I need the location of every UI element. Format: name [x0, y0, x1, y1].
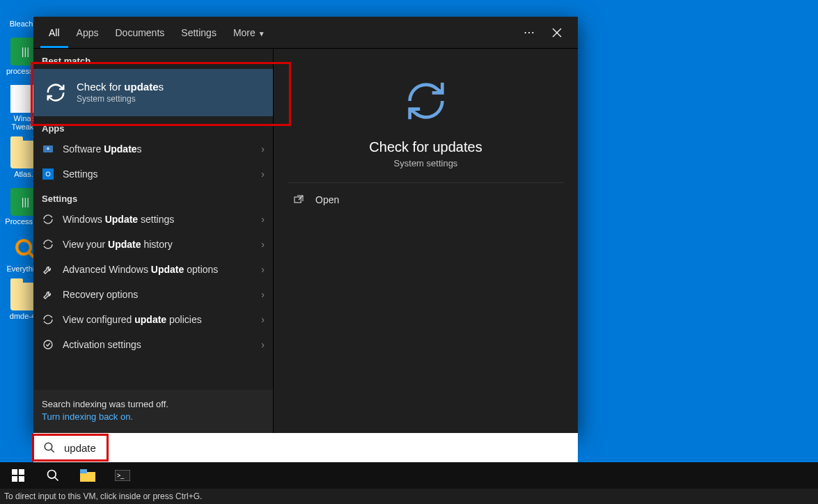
result-label: View configured update policies: [63, 314, 202, 325]
search-icon: [46, 468, 60, 482]
svg-rect-5: [42, 168, 54, 180]
vm-hint-text: To direct input to this VM, click inside…: [4, 491, 202, 501]
open-icon: [293, 194, 304, 205]
chevron-right-icon: ›: [261, 339, 265, 350]
search-tabs: All Apps Documents Settings More▼ ⋯: [33, 17, 578, 49]
wrench-icon: [42, 288, 54, 301]
close-button[interactable]: [543, 17, 571, 49]
preview-pane: Check for updates System settings Open: [273, 49, 578, 433]
indexing-turn-on-link[interactable]: Turn indexing back on.: [42, 411, 265, 423]
svg-text:>_: >_: [117, 472, 125, 479]
svg-rect-14: [19, 476, 24, 482]
result-label: Activation settings: [63, 339, 141, 350]
check-icon: [42, 338, 54, 351]
result-settings-app[interactable]: Settings ›: [33, 162, 273, 187]
chevron-right-icon: ›: [261, 314, 265, 325]
wrench-icon: [42, 263, 54, 276]
svg-rect-12: [19, 469, 24, 475]
preview-action-open[interactable]: Open: [288, 183, 564, 216]
result-label: Software Updates: [63, 143, 142, 155]
svg-line-10: [51, 449, 54, 452]
result-recovery-options[interactable]: Recovery options ›: [33, 282, 273, 307]
sync-icon: [42, 313, 54, 326]
section-best-match: Best match: [33, 49, 273, 69]
svg-rect-17: [80, 472, 95, 482]
update-icon: [42, 143, 54, 155]
start-search-panel: All Apps Documents Settings More▼ ⋯ Best…: [33, 17, 578, 433]
svg-rect-18: [80, 469, 87, 473]
svg-rect-11: [12, 469, 17, 475]
chevron-right-icon: ›: [261, 214, 265, 225]
windows-icon: [12, 469, 24, 482]
chevron-right-icon: ›: [261, 264, 265, 275]
section-apps: Apps: [33, 116, 273, 136]
taskbar-search-button[interactable]: [38, 462, 68, 489]
chevron-down-icon: ▼: [258, 30, 265, 38]
preview-subtitle: System settings: [394, 158, 458, 168]
tab-more[interactable]: More▼: [225, 17, 274, 48]
tab-all[interactable]: All: [40, 17, 68, 48]
chevron-right-icon: ›: [261, 239, 265, 250]
svg-point-15: [48, 471, 56, 479]
result-advanced-update-options[interactable]: Advanced Windows Update options ›: [33, 257, 273, 282]
search-icon: [43, 441, 56, 454]
svg-rect-13: [12, 476, 17, 482]
result-software-updates[interactable]: Software Updates ›: [33, 136, 273, 162]
terminal-icon: >_: [115, 470, 130, 481]
chevron-right-icon: ›: [261, 289, 265, 300]
section-settings: Settings: [33, 187, 273, 207]
start-search-bar[interactable]: [33, 433, 578, 462]
vm-hint-bar: To direct input to this VM, click inside…: [0, 489, 818, 504]
chevron-right-icon: ›: [261, 168, 265, 180]
best-match-title: Check for updates: [77, 81, 164, 94]
best-match-subtitle: System settings: [77, 94, 164, 104]
settings-icon: [42, 168, 54, 180]
sync-icon: [43, 80, 68, 105]
result-label: Settings: [63, 168, 98, 180]
result-label: Windows Update settings: [63, 214, 174, 225]
tab-settings[interactable]: Settings: [173, 17, 225, 48]
svg-rect-8: [294, 197, 301, 203]
svg-point-7: [44, 340, 52, 349]
close-icon: [552, 28, 562, 38]
chevron-right-icon: ›: [261, 143, 265, 155]
results-column: Best match Check for updates System sett…: [33, 49, 273, 433]
search-input[interactable]: [64, 442, 568, 454]
svg-line-16: [55, 478, 58, 481]
sync-icon: [395, 77, 457, 125]
result-windows-update-settings[interactable]: Windows Update settings ›: [33, 207, 273, 232]
action-label: Open: [315, 194, 558, 205]
result-label: Recovery options: [63, 289, 138, 300]
taskbar-explorer-button[interactable]: [72, 462, 103, 489]
taskbar: >_: [0, 462, 818, 489]
tab-apps[interactable]: Apps: [68, 17, 107, 48]
taskbar-terminal-button[interactable]: >_: [107, 462, 138, 489]
indexing-message: Search indexing was turned off.: [42, 398, 265, 411]
best-match-result[interactable]: Check for updates System settings: [33, 69, 273, 116]
result-label: View your Update history: [63, 239, 173, 250]
more-options-button[interactable]: ⋯: [515, 17, 543, 49]
svg-point-0: [17, 240, 31, 254]
sync-icon: [42, 238, 54, 251]
preview-title: Check for updates: [369, 139, 482, 155]
svg-point-9: [45, 443, 52, 450]
result-activation-settings[interactable]: Activation settings ›: [33, 332, 273, 357]
folder-icon: [80, 469, 95, 482]
result-configured-update-policies[interactable]: View configured update policies ›: [33, 307, 273, 332]
result-label: Advanced Windows Update options: [63, 264, 218, 275]
sync-icon: [42, 213, 54, 226]
tab-documents[interactable]: Documents: [107, 17, 173, 48]
indexing-notice: Search indexing was turned off. Turn ind…: [33, 390, 273, 433]
start-button[interactable]: [3, 462, 33, 489]
result-update-history[interactable]: View your Update history ›: [33, 232, 273, 257]
